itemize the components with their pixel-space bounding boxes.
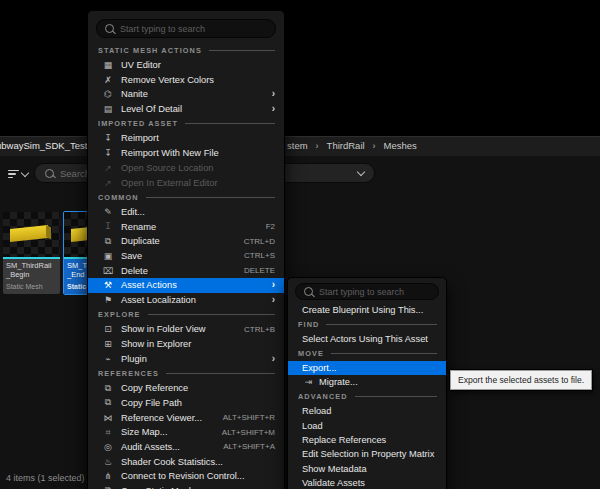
menu-item-edit[interactable]: ✎Edit...: [88, 205, 284, 220]
open-source-location-icon: ↗: [100, 163, 116, 173]
rename-icon: ⌶: [100, 221, 116, 232]
search-icon: [105, 24, 114, 33]
static-mesh-preview: [10, 225, 48, 242]
menu-item-reimport[interactable]: ↧Reimport: [88, 131, 284, 146]
asset-name: SM_ThirdRail _Begin: [6, 261, 57, 280]
migrate-icon: ⇥: [302, 377, 315, 387]
nanite-icon: ⌬: [100, 89, 116, 99]
menu-item-select-actors-using-this-asset[interactable]: Select Actors Using This Asset: [288, 332, 446, 346]
submenu-arrow-icon: ›: [272, 295, 275, 305]
asset-type: Static Mesh: [6, 283, 57, 290]
menu-section-explore: EXPLORE: [88, 307, 284, 322]
breadcrumb-separator-icon: ›: [373, 141, 376, 151]
breadcrumb-item[interactable]: ThirdRail: [327, 140, 365, 151]
menu-item-copy-file-path[interactable]: ⧉Copy File Path: [88, 396, 284, 411]
level-of-detail-icon: ▤: [100, 104, 116, 114]
uv-editor-icon: ▦: [100, 60, 116, 70]
submenu-arrow-icon: ›: [272, 354, 275, 364]
remove-vertex-colors-icon: ✗: [100, 75, 116, 85]
menu-item-asset-actions[interactable]: ⚒Asset Actions›: [88, 278, 284, 293]
shortcut-label: ALT+SHIFT+M: [222, 428, 275, 437]
search-icon: [45, 169, 54, 178]
asset-context-menu: Start typing to search STATIC MESH ACTIO…: [87, 10, 285, 489]
menu-item-reload[interactable]: Reload: [288, 404, 446, 418]
menu-section-common: COMMON: [88, 190, 284, 205]
menu-item-edit-selection-in-property-matrix[interactable]: Edit Selection in Property Matrix: [288, 447, 446, 461]
menu-item-shader-cook-statistics[interactable]: ♨Shader Cook Statistics...: [88, 454, 284, 469]
menu-item-plugin[interactable]: ⌁Plugin›: [88, 351, 284, 366]
shortcut-label: CTRL+S: [244, 251, 275, 260]
shortcut-label: ALT+SHIFT+R: [223, 413, 275, 422]
open-in-external-editor-icon: ↗: [100, 178, 116, 188]
menu-item-remove-vertex-colors[interactable]: ✗Remove Vertex Colors: [88, 72, 284, 87]
menu-item-size-map[interactable]: ⌗Size Map...ALT+SHIFT+M: [88, 425, 284, 440]
breadcrumb-separator-icon: ›: [316, 141, 319, 151]
shortcut-label: F2: [266, 222, 275, 231]
menu-item-export[interactable]: Export...: [288, 361, 446, 375]
menu-item-create-blueprint-using-this[interactable]: Create Blueprint Using This...: [288, 303, 446, 317]
menu-section-move: MOVE: [288, 346, 446, 361]
menu-item-level-of-detail[interactable]: ▤Level Of Detail›: [88, 102, 284, 117]
edit-icon: ✎: [100, 207, 116, 217]
menu-search-input[interactable]: Start typing to search: [96, 19, 276, 38]
reimport-with-new-file-icon: ↧: [100, 148, 116, 158]
save-icon: ▣: [100, 251, 116, 261]
reimport-icon: ↧: [100, 133, 116, 143]
menu-item-validate-assets[interactable]: Validate Assets: [288, 476, 446, 489]
submenu-arrow-icon: ›: [272, 104, 275, 114]
audit-assets-icon: ◎: [100, 442, 116, 452]
submenu-arrow-icon: ›: [272, 89, 275, 99]
copy-reference-icon: ⧉: [100, 383, 116, 394]
menu-item-asset-localization[interactable]: ⚑Asset Localization›: [88, 293, 284, 308]
menu-item-show-metadata[interactable]: Show Metadata: [288, 461, 446, 475]
menu-item-rename[interactable]: ⌶RenameF2: [88, 219, 284, 234]
menu-item-show-in-explorer[interactable]: ⊞Show in Explorer: [88, 337, 284, 352]
menu-item-duplicate[interactable]: ⧉DuplicateCTRL+D: [88, 234, 284, 249]
menu-item-open-source-location: ↗Open Source Location: [88, 161, 284, 176]
shortcut-label: CTRL+B: [244, 325, 275, 334]
menu-item-delete[interactable]: ⌧DeleteDELETE: [88, 263, 284, 278]
menu-item-nanite[interactable]: ⌬Nanite›: [88, 87, 284, 102]
asset-label: SM_ThirdRail _Begin Static Mesh: [3, 259, 60, 294]
copy-file-path-icon: ⧉: [100, 397, 116, 408]
tab-label[interactable]: ubwaySim_SDK_Testp: [0, 140, 93, 151]
plugin-icon: ⌁: [100, 354, 116, 364]
menu-section-static-mesh-actions: STATIC MESH ACTIONS: [88, 43, 284, 58]
reference-viewer-icon: ⋈: [100, 413, 116, 423]
duplicate-icon: ⧉: [100, 236, 116, 247]
size-map-icon: ⌗: [100, 427, 116, 438]
menu-section-references: REFERENCES: [88, 366, 284, 381]
breadcrumb-item[interactable]: Meshes: [384, 140, 417, 151]
menu-item-save[interactable]: ▣SaveCTRL+S: [88, 249, 284, 264]
menu-item-audit-assets[interactable]: ◎Audit Assets...ALT+SHIFT+A: [88, 440, 284, 455]
chevron-down-icon: [21, 168, 29, 176]
filter-button[interactable]: [8, 170, 28, 179]
menu-section-advanced: ADVANCED: [288, 390, 446, 405]
menu-item-open-in-external-editor: ↗Open In External Editor: [88, 175, 284, 190]
revision-control-icon: ⋔: [100, 471, 116, 481]
asset-tile-sm-thirdrail-begin[interactable]: SM_ThirdRail _Begin Static Mesh: [3, 212, 60, 294]
menu-section-find: FIND: [288, 317, 446, 332]
status-bar-item-count: 4 items (1 selected): [6, 473, 85, 483]
shader-cook-statistics-icon: ♨: [100, 457, 116, 467]
breadcrumb-item[interactable]: stem: [287, 140, 308, 151]
menu-item-replace-references[interactable]: Replace References: [288, 433, 446, 447]
show-in-folder-view-icon: ⊡: [100, 324, 116, 334]
submenu-arrow-icon: ›: [272, 280, 275, 290]
export-tooltip: Export the selected assets to file.: [450, 370, 592, 390]
menu-item-connect-to-revision-control[interactable]: ⋔Connect to Revision Control...: [88, 469, 284, 484]
asset-thumbnail: [3, 212, 60, 257]
filter-icon: [8, 170, 19, 179]
menu-item-copy-static-mesh[interactable]: ⧉Copy Static Mesh...: [88, 484, 284, 489]
menu-item-load[interactable]: Load: [288, 419, 446, 433]
breadcrumb: stem › ThirdRail › Meshes: [287, 140, 417, 151]
menu-item-migrate[interactable]: ⇥Migrate...: [288, 375, 446, 389]
menu-item-uv-editor[interactable]: ▦UV Editor: [88, 58, 284, 73]
menu-item-reimport-with-new-file[interactable]: ↧Reimport With New File: [88, 146, 284, 161]
menu-item-copy-reference[interactable]: ⧉Copy Reference: [88, 381, 284, 396]
menu-item-show-in-folder-view[interactable]: ⊡Show in Folder ViewCTRL+B: [88, 322, 284, 337]
submenu-search-placeholder: Start typing to search: [319, 287, 404, 297]
search-icon: [304, 287, 313, 296]
submenu-search-input[interactable]: Start typing to search: [295, 283, 439, 300]
menu-item-reference-viewer[interactable]: ⋈Reference Viewer...ALT+SHIFT+R: [88, 410, 284, 425]
